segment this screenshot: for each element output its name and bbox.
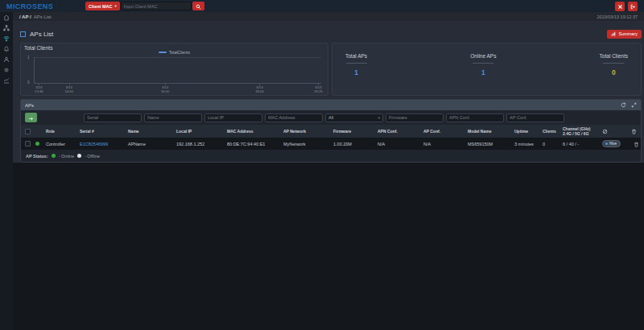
toggle-dot-icon: [605, 142, 608, 145]
hive-toggle[interactable]: Hive: [602, 140, 621, 147]
wifi-icon: [3, 35, 10, 42]
search-icon: [196, 0, 201, 12]
page-content: APs List Summary Total Clients TotalClie…: [13, 21, 644, 163]
main-area: / AP / APs List 2023/03/13 19:12:37 APs …: [13, 12, 644, 163]
column-header-uptime: Uptime: [513, 125, 541, 138]
square-outline-icon: [20, 31, 26, 37]
sidebar-item-notifications[interactable]: [0, 43, 13, 54]
legend-line-icon: [159, 52, 167, 53]
close-icon: [617, 0, 623, 12]
stat-label: Total APs: [345, 53, 367, 59]
table-header-row: Role Serial # Name Local IP MAC Address …: [21, 125, 642, 138]
overview-panels: Total Clients TotalClients 1 0 3/1313:36…: [20, 43, 642, 96]
stat-value[interactable]: 1: [470, 68, 496, 76]
filter-network-select[interactable]: All ▾: [325, 113, 383, 122]
cell-uptime: 3 minutes: [513, 138, 541, 150]
column-header-name: Name: [126, 125, 175, 138]
y-axis-tick: 1: [27, 56, 30, 60]
top-bar: MICROSENS Client MAC ▾: [0, 0, 644, 12]
select-all-checkbox[interactable]: [25, 129, 31, 134]
chart-line-icon: [3, 77, 10, 84]
x-axis-tick-label: 3/1316:00: [161, 85, 169, 94]
cell-channel: 6 / 40 / -: [561, 138, 601, 150]
breadcrumb-page: APs List: [34, 14, 52, 19]
page-title: APs List: [30, 31, 53, 38]
sidebar-item-topology[interactable]: [0, 23, 13, 33]
stat-label: Total Clients: [600, 53, 628, 59]
cell-ap-network: MyNetwork: [282, 138, 332, 150]
breadcrumb-section[interactable]: / AP /: [19, 14, 31, 19]
ap-serial-link[interactable]: E1C82546999: [80, 142, 108, 146]
aps-table-panel: APs: [20, 99, 642, 163]
stat-online-aps: Online APs 1: [470, 50, 496, 95]
ap-table-row[interactable]: Controller E1C82546999 APName 192.168.1.…: [21, 138, 642, 150]
cell-role: Controller: [44, 138, 78, 150]
filter-firmware-input[interactable]: [386, 113, 444, 122]
column-header-ap-network: AP Network: [282, 125, 332, 138]
bell-icon: [3, 46, 10, 52]
disconnect-button[interactable]: [615, 2, 625, 11]
trash-icon: [631, 129, 637, 134]
panel-header-actions: [621, 102, 637, 108]
toggle-label: Hive: [609, 142, 617, 146]
apply-filter-button[interactable]: [25, 113, 37, 122]
delete-ap-button[interactable]: [634, 138, 639, 150]
logout-button[interactable]: [628, 2, 638, 11]
sidebar-item-wireless[interactable]: [0, 33, 13, 43]
offline-legend-label: - Offline: [85, 154, 100, 159]
stat-value[interactable]: 0: [600, 68, 628, 76]
column-header-local-ip: Local IP: [175, 125, 225, 138]
cell-local-ip: 192.168.1.252: [175, 138, 225, 150]
x-axis-tick-label: 3/1318:00: [255, 85, 263, 94]
column-header-mac: MAC Address: [225, 125, 282, 138]
cell-ap-conf: N/A: [422, 138, 466, 150]
aps-panel-title: APs: [25, 103, 34, 108]
window-buttons: [615, 2, 638, 11]
chevron-down-icon: ▾: [378, 116, 380, 120]
column-header-serial: Serial #: [78, 125, 126, 138]
online-dot-icon: [52, 154, 56, 158]
divider: [346, 63, 367, 64]
cell-name: APName: [126, 138, 175, 150]
sidebar-item-home[interactable]: [0, 12, 13, 23]
sidebar-item-users[interactable]: [0, 54, 13, 64]
cell-mac: 80:DE:7C:94:40:E1: [225, 138, 282, 150]
online-legend-label: - Online: [59, 154, 74, 159]
divider: [603, 63, 624, 64]
sidebar-item-statistics[interactable]: [0, 75, 13, 85]
search-type-select[interactable]: Client MAC ▾: [85, 2, 120, 10]
legend-label: TotalClients: [169, 50, 190, 55]
filter-ap-conf-input[interactable]: [506, 113, 564, 122]
search-button[interactable]: [192, 2, 204, 10]
chart-legend[interactable]: TotalClients: [21, 50, 328, 55]
select-value: All: [328, 115, 333, 120]
filter-mac-input[interactable]: [265, 113, 323, 122]
gridline: [35, 57, 321, 58]
cell-apn-conf: N/A: [376, 138, 422, 150]
client-mac-input[interactable]: [121, 2, 192, 10]
summary-button[interactable]: Summary: [607, 30, 642, 39]
x-axis-tick-label: 3/1313:36: [35, 85, 43, 94]
column-header-block: [601, 125, 630, 138]
chart-plot-area: 1 0 3/1313:36 3/1314:00 3/1316:00 3/1318…: [34, 57, 321, 84]
ban-icon: [602, 129, 608, 134]
stat-value[interactable]: 1: [345, 68, 367, 76]
chevron-down-icon: ▾: [114, 4, 116, 8]
refresh-icon[interactable]: [621, 102, 626, 108]
filter-name-input[interactable]: [144, 113, 202, 122]
column-header-apn-conf: APN Conf.: [376, 125, 422, 138]
sidebar-item-settings[interactable]: [0, 64, 13, 75]
status-column-header: [34, 125, 44, 138]
cell-clients: 0: [541, 138, 561, 150]
gear-icon: [3, 67, 10, 73]
column-header-role: Role: [44, 125, 78, 138]
bar-chart-icon: [611, 31, 616, 37]
filter-apn-conf-input[interactable]: [446, 113, 504, 122]
row-checkbox[interactable]: [25, 141, 31, 146]
expand-icon[interactable]: [631, 102, 637, 108]
x-axis-tick-label: 3/1314:00: [64, 85, 72, 94]
total-clients-chart-panel: Total Clients TotalClients 1 0 3/1313:36…: [20, 43, 328, 96]
logout-icon: [630, 0, 636, 12]
filter-local-ip-input[interactable]: [204, 113, 262, 122]
filter-serial-input[interactable]: [84, 113, 142, 122]
